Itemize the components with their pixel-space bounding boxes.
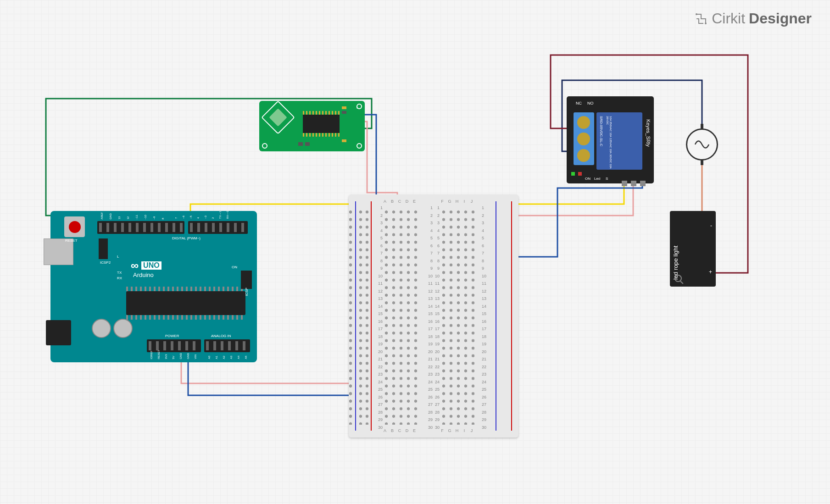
logo-icon: [694, 12, 708, 26]
arduino-model: UNO: [141, 261, 162, 270]
led-rope-minus: -: [710, 222, 712, 229]
arduino-power-header[interactable]: [147, 339, 201, 352]
bb-col-b-top: B: [389, 199, 396, 204]
arduino-reset-label: RESET: [65, 238, 78, 243]
arduino-icsp2-header: [99, 238, 108, 259]
arduino-icsp-label: ICSP: [245, 288, 249, 296]
arduino-analog-header[interactable]: [204, 339, 250, 352]
relay-pin-plus[interactable]: [631, 181, 636, 186]
relay-no-label: NO: [587, 101, 594, 105]
relay-block-text: SRD-05VDC-SL-C: [599, 116, 603, 146]
arduino-rx-led: RX: [117, 276, 122, 280]
arduino-analog-pin-labels: A0 A1 A2 A3 A4 A5: [206, 354, 250, 357]
arduino-icsp-header: [241, 271, 252, 289]
bb-col-e-top: E: [411, 199, 418, 204]
bb-col-i-top: I: [461, 199, 468, 204]
ac-source[interactable]: [686, 128, 718, 161]
logo-brand: Cirkit: [712, 10, 745, 27]
relay-nc-label: NC: [576, 101, 582, 105]
relay-module[interactable]: SRD-05VDC-SL-C 10A 250VAC 10A 125VAC 10A…: [567, 96, 654, 183]
breadboard[interactable]: A B C D E F G H I J A B C D E F G H I J …: [349, 194, 518, 438]
logo-product: Designer: [749, 10, 812, 27]
arduino-digital-label: DIGITAL (PWM~): [172, 236, 201, 240]
relay-pin-minus[interactable]: [640, 181, 646, 186]
radar-antenna: [261, 100, 295, 134]
arduino-digital-pin-labels: AREF GND 13 12 ~11 ~10 ~9 8 7 ~6 ~5 4 ~3…: [97, 214, 248, 216]
arduino-infinity-icon: ∞: [131, 259, 139, 272]
arduino-icsp2-label: ICSP2: [100, 260, 111, 265]
radar-sensor-module[interactable]: U3: [259, 101, 365, 151]
relay-brand: Keyes_SRly: [646, 119, 651, 147]
radar-ic-chip: [303, 115, 340, 133]
led-rope-plus: +: [709, 269, 712, 275]
arduino-atmega-chip: [126, 291, 245, 315]
arduino-reset-button[interactable]: [64, 216, 85, 237]
arduino-l-led: L: [117, 255, 119, 259]
ac-terminal-bottom[interactable]: [701, 160, 703, 165]
sine-wave-icon: [693, 135, 711, 154]
app-logo: Cirkit Designer: [694, 10, 812, 27]
bb-col-c-top: C: [396, 199, 403, 204]
bb-col-d-top: D: [404, 199, 410, 204]
arduino-power-label: POWER: [165, 334, 179, 338]
svg-point-1: [705, 22, 707, 24]
bb-col-h-top: H: [454, 199, 460, 204]
design-canvas[interactable]: Cirkit Designer RESET ICSP2: [0, 0, 830, 504]
arduino-on-led: ON: [232, 265, 237, 269]
bb-col-g-top: G: [446, 199, 453, 204]
arduino-brand: Arduino: [133, 271, 154, 278]
arduino-capacitors: [92, 319, 133, 338]
arduino-digital-header-1[interactable]: [97, 221, 184, 234]
relay-coil-block: SRD-05VDC-SL-C 10A 250VAC 10A 125VAC 10A…: [596, 112, 642, 170]
arduino-analog-label: ANALOG IN: [211, 334, 231, 338]
led-rope-light[interactable]: led rope light - +: [670, 211, 716, 287]
magnify-icon: [674, 275, 682, 282]
arduino-logo: ∞ UNO: [131, 259, 162, 272]
relay-screw-terminal[interactable]: [574, 112, 594, 165]
arduino-digital-header-2[interactable]: [188, 221, 248, 234]
arduino-power-pin-labels: IOREF RESET 3V3 5V GND GND VIN: [148, 354, 199, 357]
svg-point-0: [696, 13, 697, 15]
relay-pin-s[interactable]: [622, 181, 627, 186]
arduino-tx-led: TX: [117, 271, 122, 275]
bb-col-f-top: F: [439, 199, 446, 204]
bb-col-j-top: J: [468, 199, 475, 204]
relay-led-label: Led: [594, 177, 600, 181]
bb-col-a-top: A: [382, 199, 388, 204]
arduino-power-jack: [46, 320, 71, 345]
relay-on-label: ON: [585, 177, 590, 181]
relay-s-label: S: [606, 177, 608, 181]
arduino-uno-board[interactable]: RESET ICSP2 DIGITAL (PWM~) ∞ UNO Arduino…: [50, 211, 257, 362]
relay-block-specs: 10A 250VAC 10A 125VAC 10A 30VDC 10A 28VD…: [606, 116, 612, 170]
ac-terminal-top[interactable]: [701, 124, 703, 129]
